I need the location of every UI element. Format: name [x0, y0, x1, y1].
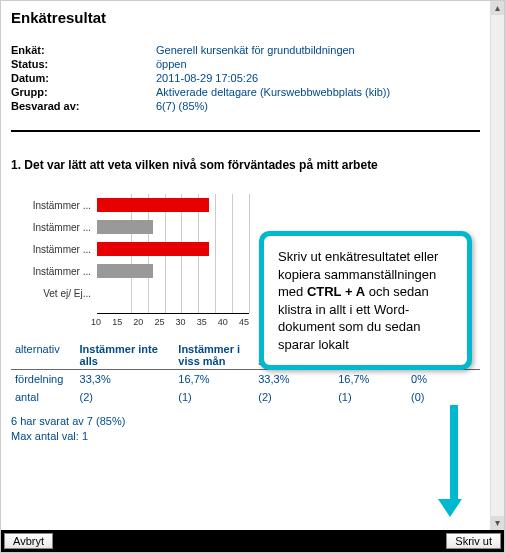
- meta-row: Grupp:Aktiverade deltagare (Kurswebbwebb…: [11, 86, 480, 98]
- bar: [97, 264, 153, 278]
- meta-value: öppen: [156, 58, 187, 70]
- chart-grid: Instämmer ...Instämmer ...Instämmer ...I…: [97, 194, 249, 314]
- row-label: fördelning: [11, 370, 76, 389]
- bar-label: Instämmer ...: [11, 266, 91, 277]
- table-row: antal(2)(1)(2)(1)(0): [11, 388, 480, 406]
- bar-row: Instämmer ...: [97, 194, 249, 216]
- tick-label: 30: [176, 317, 186, 327]
- table-cell: 16,7%: [334, 370, 407, 389]
- meta-label: Status:: [11, 58, 156, 70]
- summary-max: Max antal val: 1: [11, 429, 480, 444]
- table-header: Instämmer iviss mån: [174, 341, 254, 370]
- meta-value: Generell kursenkät för grundutbildningen: [156, 44, 355, 56]
- footer-bar: Avbryt Skriv ut: [1, 530, 504, 552]
- meta-value: 2011-08-29 17:05:26: [156, 72, 258, 84]
- meta-value: Aktiverade deltagare (Kurswebbwebbplats …: [156, 86, 390, 98]
- table-cell: 33,3%: [254, 370, 334, 389]
- table-cell: (0): [407, 388, 480, 406]
- row-label: antal: [11, 388, 76, 406]
- meta-value: 6(7) (85%): [156, 100, 208, 112]
- meta-row: Status:öppen: [11, 58, 480, 70]
- tick-label: 10: [91, 317, 101, 327]
- table-cell: (2): [76, 388, 175, 406]
- table-header: alternativ: [11, 341, 76, 370]
- tick-label: 35: [197, 317, 207, 327]
- bar-label: Instämmer ...: [11, 222, 91, 233]
- meta-label: Grupp:: [11, 86, 156, 98]
- bar-label: Vet ej/ Ej...: [11, 288, 91, 299]
- bar-label: Instämmer ...: [11, 200, 91, 211]
- help-callout: Skriv ut enkätresultatet eller kopiera s…: [259, 231, 472, 370]
- table-cell: (1): [334, 388, 407, 406]
- table-cell: (1): [174, 388, 254, 406]
- question-title: 1. Det var lätt att veta vilken nivå som…: [11, 158, 480, 172]
- tick-label: 15: [112, 317, 122, 327]
- chart-x-ticks: 1015202530354045: [91, 317, 249, 327]
- summary-responses: 6 har svarat av 7 (85%): [11, 414, 480, 429]
- bar-row: Vet ej/ Ej...: [97, 282, 249, 304]
- table-cell: (2): [254, 388, 334, 406]
- page-title: Enkätresultat: [11, 9, 480, 26]
- bar-label: Instämmer ...: [11, 244, 91, 255]
- pointer-arrow: [446, 405, 462, 517]
- meta-block: Enkät:Generell kursenkät för grundutbild…: [11, 44, 480, 112]
- scrollbar[interactable]: ▴ ▾: [490, 1, 504, 530]
- table-cell: 16,7%: [174, 370, 254, 389]
- meta-row: Datum:2011-08-29 17:05:26: [11, 72, 480, 84]
- divider: [11, 130, 480, 132]
- tick-label: 20: [133, 317, 143, 327]
- meta-label: Datum:: [11, 72, 156, 84]
- cancel-button[interactable]: Avbryt: [4, 533, 53, 549]
- bar: [97, 198, 209, 212]
- table-header: Instämmer intealls: [76, 341, 175, 370]
- bar: [97, 242, 209, 256]
- scroll-up-icon[interactable]: ▴: [491, 1, 504, 15]
- meta-row: Enkät:Generell kursenkät för grundutbild…: [11, 44, 480, 56]
- bar: [97, 220, 153, 234]
- bar-row: Instämmer ...: [97, 260, 249, 282]
- print-button[interactable]: Skriv ut: [446, 533, 501, 549]
- summary: 6 har svarat av 7 (85%) Max antal val: 1: [11, 414, 480, 445]
- bar-row: Instämmer ...: [97, 216, 249, 238]
- tick-label: 40: [218, 317, 228, 327]
- table-cell: 0%: [407, 370, 480, 389]
- scroll-down-icon[interactable]: ▾: [491, 516, 504, 530]
- meta-label: Enkät:: [11, 44, 156, 56]
- table-cell: 33,3%: [76, 370, 175, 389]
- callout-bold: CTRL + A: [307, 284, 365, 299]
- table-row: fördelning33,3%16,7%33,3%16,7%0%: [11, 370, 480, 389]
- meta-row: Besvarad av:6(7) (85%): [11, 100, 480, 112]
- meta-label: Besvarad av:: [11, 100, 156, 112]
- tick-label: 25: [154, 317, 164, 327]
- bar-row: Instämmer ...: [97, 238, 249, 260]
- tick-label: 45: [239, 317, 249, 327]
